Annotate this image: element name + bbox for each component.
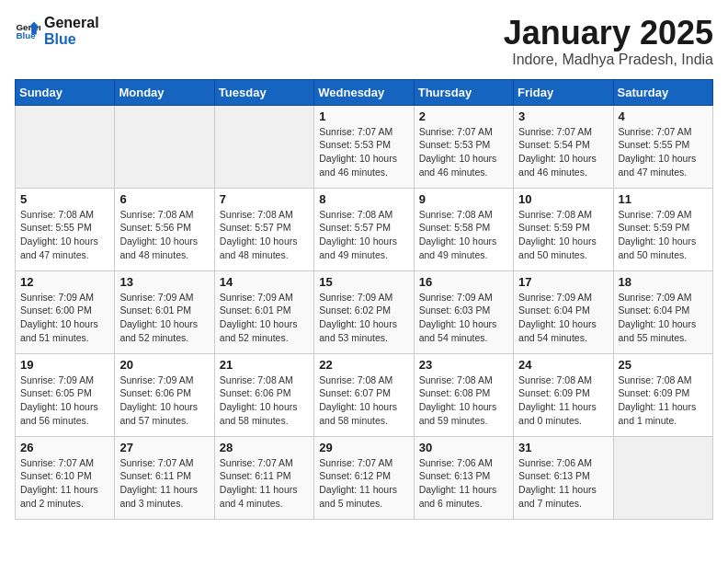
day-number: 18	[619, 275, 708, 289]
day-number: 13	[119, 275, 209, 289]
calendar-title: January 2025	[504, 15, 713, 52]
day-info: Sunrise: 7:06 AMSunset: 6:13 PMDaylight:…	[518, 457, 597, 509]
day-info: Sunrise: 7:09 AMSunset: 6:01 PMDaylight:…	[119, 292, 198, 343]
day-number: 24	[518, 358, 608, 372]
calendar-cell: 9Sunrise: 7:08 AMSunset: 5:58 PMDaylight…	[414, 188, 513, 270]
calendar-subtitle: Indore, Madhya Pradesh, India	[504, 52, 713, 68]
calendar-week-1: 5Sunrise: 7:08 AMSunset: 5:55 PMDaylight…	[16, 188, 713, 270]
day-info: Sunrise: 7:07 AMSunset: 6:10 PMDaylight:…	[20, 457, 98, 509]
day-info: Sunrise: 7:07 AMSunset: 5:55 PMDaylight:…	[619, 126, 697, 178]
calendar-cell: 31Sunrise: 7:06 AMSunset: 6:13 PMDayligh…	[514, 436, 613, 519]
weekday-saturday: Saturday	[613, 79, 712, 105]
day-number: 28	[220, 441, 309, 454]
day-info: Sunrise: 7:09 AMSunset: 6:05 PMDaylight:…	[20, 374, 98, 426]
calendar-header: SundayMondayTuesdayWednesdayThursdayFrid…	[16, 79, 713, 105]
day-number: 20	[119, 358, 209, 372]
day-info: Sunrise: 7:08 AMSunset: 6:06 PMDaylight:…	[220, 374, 298, 426]
calendar-cell: 24Sunrise: 7:08 AMSunset: 6:09 PMDayligh…	[514, 353, 613, 436]
day-info: Sunrise: 7:07 AMSunset: 6:11 PMDaylight:…	[220, 457, 298, 509]
day-info: Sunrise: 7:09 AMSunset: 6:01 PMDaylight:…	[220, 292, 298, 343]
header: General Blue General Blue January 2025 I…	[15, 15, 713, 68]
day-number: 30	[419, 441, 508, 454]
day-info: Sunrise: 7:06 AMSunset: 6:13 PMDaylight:…	[419, 457, 497, 509]
day-info: Sunrise: 7:09 AMSunset: 6:04 PMDaylight:…	[619, 292, 697, 343]
day-info: Sunrise: 7:09 AMSunset: 5:59 PMDaylight:…	[619, 209, 697, 260]
calendar-cell: 28Sunrise: 7:07 AMSunset: 6:11 PMDayligh…	[214, 436, 313, 519]
day-info: Sunrise: 7:07 AMSunset: 5:53 PMDaylight:…	[319, 126, 397, 178]
calendar-cell: 15Sunrise: 7:09 AMSunset: 6:02 PMDayligh…	[314, 270, 414, 353]
calendar-cell: 25Sunrise: 7:08 AMSunset: 6:09 PMDayligh…	[613, 353, 712, 436]
calendar-week-3: 19Sunrise: 7:09 AMSunset: 6:05 PMDayligh…	[16, 353, 713, 436]
day-number: 11	[619, 192, 708, 206]
logo-general-text: General	[44, 15, 99, 31]
day-info: Sunrise: 7:07 AMSunset: 6:11 PMDaylight:…	[119, 457, 198, 509]
day-info: Sunrise: 7:08 AMSunset: 6:09 PMDaylight:…	[518, 374, 597, 426]
day-info: Sunrise: 7:08 AMSunset: 6:07 PMDaylight:…	[319, 374, 397, 426]
calendar-cell: 22Sunrise: 7:08 AMSunset: 6:07 PMDayligh…	[314, 353, 414, 436]
day-info: Sunrise: 7:08 AMSunset: 5:58 PMDaylight:…	[419, 209, 497, 260]
calendar-cell: 8Sunrise: 7:08 AMSunset: 5:57 PMDaylight…	[314, 188, 414, 270]
calendar-cell	[613, 436, 712, 519]
weekday-friday: Friday	[514, 79, 613, 105]
day-number: 3	[518, 109, 608, 123]
calendar-cell: 4Sunrise: 7:07 AMSunset: 5:55 PMDaylight…	[613, 105, 712, 188]
calendar-cell: 17Sunrise: 7:09 AMSunset: 6:04 PMDayligh…	[514, 270, 613, 353]
calendar-week-4: 26Sunrise: 7:07 AMSunset: 6:10 PMDayligh…	[16, 436, 713, 519]
calendar-cell: 5Sunrise: 7:08 AMSunset: 5:55 PMDaylight…	[16, 188, 115, 270]
day-info: Sunrise: 7:08 AMSunset: 6:09 PMDaylight:…	[619, 374, 697, 426]
day-number: 19	[20, 358, 109, 372]
calendar-cell: 12Sunrise: 7:09 AMSunset: 6:00 PMDayligh…	[16, 270, 115, 353]
calendar-cell: 26Sunrise: 7:07 AMSunset: 6:10 PMDayligh…	[16, 436, 115, 519]
calendar-body: 1Sunrise: 7:07 AMSunset: 5:53 PMDaylight…	[16, 105, 713, 519]
calendar-cell: 20Sunrise: 7:09 AMSunset: 6:06 PMDayligh…	[115, 353, 214, 436]
calendar-cell: 1Sunrise: 7:07 AMSunset: 5:53 PMDaylight…	[314, 105, 414, 188]
day-number: 9	[419, 192, 508, 206]
day-info: Sunrise: 7:08 AMSunset: 5:57 PMDaylight:…	[220, 209, 298, 260]
calendar-cell: 10Sunrise: 7:08 AMSunset: 5:59 PMDayligh…	[514, 188, 613, 270]
calendar-cell: 3Sunrise: 7:07 AMSunset: 5:54 PMDaylight…	[514, 105, 613, 188]
day-number: 31	[518, 441, 608, 454]
calendar-cell: 27Sunrise: 7:07 AMSunset: 6:11 PMDayligh…	[115, 436, 214, 519]
weekday-monday: Monday	[115, 79, 214, 105]
day-info: Sunrise: 7:08 AMSunset: 5:55 PMDaylight:…	[20, 209, 98, 260]
day-number: 6	[119, 192, 209, 206]
calendar-cell: 13Sunrise: 7:09 AMSunset: 6:01 PMDayligh…	[115, 270, 214, 353]
logo: General Blue General Blue	[15, 15, 99, 47]
day-number: 4	[619, 109, 708, 123]
calendar-cell: 16Sunrise: 7:09 AMSunset: 6:03 PMDayligh…	[414, 270, 513, 353]
day-info: Sunrise: 7:09 AMSunset: 6:06 PMDaylight:…	[119, 374, 198, 426]
day-number: 27	[119, 441, 209, 454]
title-section: January 2025 Indore, Madhya Pradesh, Ind…	[504, 15, 713, 68]
day-number: 8	[319, 192, 408, 206]
calendar-cell: 21Sunrise: 7:08 AMSunset: 6:06 PMDayligh…	[214, 353, 313, 436]
day-number: 29	[319, 441, 408, 454]
day-info: Sunrise: 7:09 AMSunset: 6:00 PMDaylight:…	[20, 292, 98, 343]
weekday-header-row: SundayMondayTuesdayWednesdayThursdayFrid…	[16, 79, 713, 105]
day-info: Sunrise: 7:09 AMSunset: 6:03 PMDaylight:…	[419, 292, 497, 343]
calendar-week-2: 12Sunrise: 7:09 AMSunset: 6:00 PMDayligh…	[16, 270, 713, 353]
day-number: 12	[20, 275, 109, 289]
calendar-cell: 11Sunrise: 7:09 AMSunset: 5:59 PMDayligh…	[613, 188, 712, 270]
calendar-cell: 30Sunrise: 7:06 AMSunset: 6:13 PMDayligh…	[414, 436, 513, 519]
calendar-cell	[16, 105, 115, 188]
calendar-cell: 18Sunrise: 7:09 AMSunset: 6:04 PMDayligh…	[613, 270, 712, 353]
day-number: 5	[20, 192, 109, 206]
day-number: 26	[20, 441, 109, 454]
day-number: 1	[319, 109, 408, 123]
day-info: Sunrise: 7:07 AMSunset: 5:53 PMDaylight:…	[419, 126, 497, 178]
calendar-cell	[115, 105, 214, 188]
calendar-cell: 7Sunrise: 7:08 AMSunset: 5:57 PMDaylight…	[214, 188, 313, 270]
weekday-thursday: Thursday	[414, 79, 513, 105]
day-number: 10	[518, 192, 608, 206]
day-info: Sunrise: 7:08 AMSunset: 5:59 PMDaylight:…	[518, 209, 597, 260]
calendar-cell: 19Sunrise: 7:09 AMSunset: 6:05 PMDayligh…	[16, 353, 115, 436]
day-info: Sunrise: 7:09 AMSunset: 6:04 PMDaylight:…	[518, 292, 597, 343]
weekday-sunday: Sunday	[16, 79, 115, 105]
day-number: 15	[319, 275, 408, 289]
day-number: 21	[220, 358, 309, 372]
day-number: 17	[518, 275, 608, 289]
calendar-cell: 2Sunrise: 7:07 AMSunset: 5:53 PMDaylight…	[414, 105, 513, 188]
day-number: 7	[220, 192, 309, 206]
day-number: 14	[220, 275, 309, 289]
calendar-cell: 23Sunrise: 7:08 AMSunset: 6:08 PMDayligh…	[414, 353, 513, 436]
